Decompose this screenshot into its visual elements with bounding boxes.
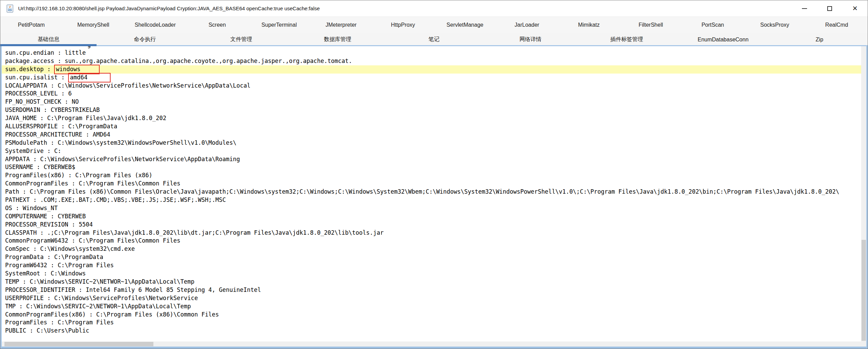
terminal-line: TEMP : C:\Windows\SERVIC~2\NETWOR~1\AppD… bbox=[2, 278, 861, 286]
menu-bar: PetitPotamMemoryShellShellcodeLoaderScre… bbox=[0, 16, 868, 33]
terminal-line: CommonProgramFiles(x86) : C:\Program Fil… bbox=[2, 311, 861, 319]
tab-7[interactable]: EnumDatabaseConn bbox=[675, 37, 771, 43]
terminal-line: sun.cpu.isalist : amd64 bbox=[2, 74, 861, 82]
terminal-line: PROCESSOR_LEVEL : 6 bbox=[2, 90, 861, 98]
terminal-line: SystemRoot : C:\Windows bbox=[2, 270, 861, 278]
terminal-line: OS : Windows_NT bbox=[2, 204, 861, 212]
tab-8[interactable]: Zip bbox=[771, 37, 868, 43]
tab-0[interactable]: 基础信息 bbox=[0, 36, 97, 43]
terminal-line-highlighted: sun.desktop : windows bbox=[2, 65, 861, 74]
clipped-text-fragment: g bbox=[87, 46, 91, 49]
tab-bar-baseline bbox=[0, 45, 868, 46]
terminal-line: CLASSPATH : .;C:\Program Files\Java\jdk1… bbox=[2, 229, 861, 237]
terminal-output[interactable]: g sun.cpu.endian : littlepackage.access … bbox=[2, 46, 861, 341]
minimize-button[interactable] bbox=[792, 0, 817, 16]
red-annotation-box: amd64 bbox=[68, 73, 111, 82]
terminal-line: ProgramFiles(x86) : C:\Program Files (x8… bbox=[2, 171, 861, 180]
menu-item-servletmanage[interactable]: ServletManage bbox=[434, 22, 496, 28]
property-key: sun.cpu.isalist : bbox=[5, 74, 68, 81]
app-window: Url:http://192.168.10.20:8080/shell.jsp … bbox=[0, 0, 868, 349]
terminal-line: SystemDrive : C: bbox=[2, 147, 861, 155]
minimize-icon bbox=[802, 8, 807, 9]
horizontal-scrollbar-thumb[interactable] bbox=[4, 342, 153, 346]
menu-item-petitpotam[interactable]: PetitPotam bbox=[0, 22, 62, 28]
menu-item-portscan[interactable]: PortScan bbox=[682, 22, 744, 28]
terminal-line: TMP : C:\Windows\SERVIC~2\NETWOR~1\AppDa… bbox=[2, 302, 861, 311]
terminal-line: ProgramData : C:\ProgramData bbox=[2, 253, 861, 261]
terminal-line: USERPROFILE : C:\Windows\ServiceProfiles… bbox=[2, 294, 861, 302]
terminal-line: PROCESSOR_REVISION : 5504 bbox=[2, 221, 861, 229]
clipped-top-line: g bbox=[2, 46, 861, 49]
terminal-line: CommonProgramFiles : C:\Program Files\Co… bbox=[2, 180, 861, 188]
horizontal-scrollbar[interactable] bbox=[2, 341, 861, 347]
close-button[interactable]: ✕ bbox=[842, 0, 868, 16]
tab-6[interactable]: 插件标签管理 bbox=[579, 36, 675, 43]
tab-bar: 基础信息命令执行文件管理数据库管理笔记网络详情插件标签管理EnumDatabas… bbox=[0, 33, 868, 46]
menu-item-superterminal[interactable]: SuperTerminal bbox=[248, 22, 310, 28]
tab-2[interactable]: 文件管理 bbox=[193, 36, 289, 43]
terminal-line: ComSpec : C:\Windows\system32\cmd.exe bbox=[2, 245, 861, 253]
maximize-button[interactable] bbox=[817, 0, 842, 16]
terminal-line: ALLUSERSPROFILE : C:\ProgramData bbox=[2, 122, 861, 131]
terminal-line: COMPUTERNAME : CYBERWEB bbox=[2, 212, 861, 221]
terminal-line: JAVA_HOME : C:\Program Files\Java\jdk1.8… bbox=[2, 114, 861, 122]
window-title: Url:http://192.168.10.20:8080/shell.jsp … bbox=[18, 5, 320, 11]
tab-4[interactable]: 笔记 bbox=[386, 36, 482, 43]
menu-item-socksproxy[interactable]: SocksProxy bbox=[744, 22, 806, 28]
titlebar: Url:http://192.168.10.20:8080/shell.jsp … bbox=[0, 0, 868, 16]
property-key: sun.desktop : bbox=[5, 66, 54, 73]
java-coffee-cup-icon bbox=[6, 4, 14, 13]
tab-5[interactable]: 网络详情 bbox=[482, 36, 578, 43]
terminal-line: APPDATA : C:\Windows\ServiceProfiles\Net… bbox=[2, 155, 861, 164]
active-tab-underline bbox=[0, 44, 97, 46]
tab-3[interactable]: 数据库管理 bbox=[289, 36, 386, 43]
terminal-line: LOCALAPPDATA : C:\Windows\ServiceProfile… bbox=[2, 82, 861, 90]
terminal-line: Path : C:\Program Files (x86)\Common Fil… bbox=[2, 188, 861, 196]
vertical-scrollbar[interactable] bbox=[861, 46, 866, 341]
menu-item-httpproxy[interactable]: HttpProxy bbox=[372, 22, 434, 28]
terminal-line: ProgramW6432 : C:\Program Files bbox=[2, 261, 861, 270]
menu-item-screen[interactable]: Screen bbox=[186, 22, 248, 28]
terminal-line: USERDOMAIN : CYBERSTRIKELAB bbox=[2, 106, 861, 114]
menu-item-shellcodeloader[interactable]: ShellcodeLoader bbox=[124, 22, 186, 28]
menu-item-jmeterpreter[interactable]: JMeterpreter bbox=[310, 22, 372, 28]
menu-item-mimikatz[interactable]: Mimikatz bbox=[558, 22, 620, 28]
maximize-icon bbox=[827, 6, 832, 11]
terminal-line: PROCESSOR_IDENTIFIER : Intel64 Family 6 … bbox=[2, 286, 861, 294]
terminal-line: CommonProgramW6432 : C:\Program Files\Co… bbox=[2, 237, 861, 245]
terminal-line: package.access : sun.,org.apache.catalin… bbox=[2, 57, 861, 65]
tab-1[interactable]: 命令执行 bbox=[97, 36, 193, 43]
terminal-line: FP_NO_HOST_CHECK : NO bbox=[2, 98, 861, 106]
menu-item-jarloader[interactable]: JarLoader bbox=[496, 22, 558, 28]
close-icon: ✕ bbox=[852, 5, 858, 12]
menu-item-memoryshell[interactable]: MemoryShell bbox=[62, 22, 124, 28]
terminal-line: ProgramFiles : C:\Program Files bbox=[2, 319, 861, 327]
terminal-line: USERNAME : CYBERWEB$ bbox=[2, 163, 861, 171]
content-panel: g sun.cpu.endian : littlepackage.access … bbox=[0, 46, 868, 349]
terminal-line: PUBLIC : C:\Users\Public bbox=[2, 327, 861, 335]
menu-item-filtershell[interactable]: FilterShell bbox=[620, 22, 682, 28]
vertical-scrollbar-thumb[interactable] bbox=[861, 240, 866, 341]
scrollbar-corner bbox=[861, 341, 866, 347]
menu-item-realcmd[interactable]: RealCmd bbox=[806, 22, 868, 28]
window-controls: ✕ bbox=[792, 0, 868, 16]
terminal-line: PATHEXT : .COM;.EXE;.BAT;.CMD;.VBS;.VBE;… bbox=[2, 196, 861, 204]
terminal-line: sun.cpu.endian : little bbox=[2, 49, 861, 57]
terminal-line: PSModulePath : C:\Windows\system32\Windo… bbox=[2, 139, 861, 147]
terminal-line: PROCESSOR_ARCHITECTURE : AMD64 bbox=[2, 131, 861, 139]
